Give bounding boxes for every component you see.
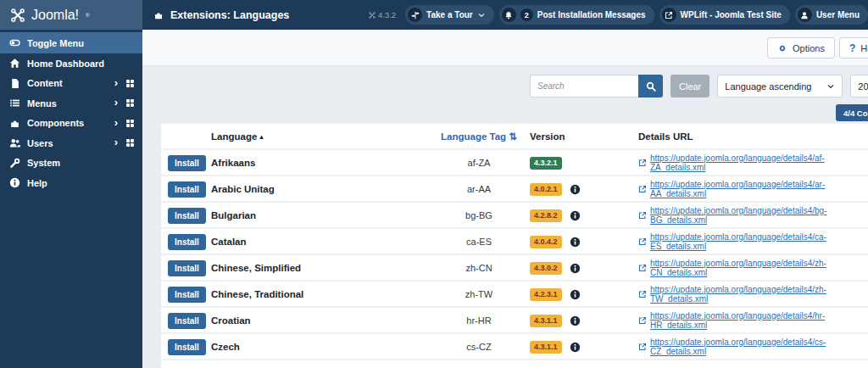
details-url-link[interactable]: https://update.joomla.org/language/detai… (638, 180, 868, 198)
chevron-right-icon[interactable]: › (114, 117, 118, 130)
pill-label: Take a Tour (426, 10, 473, 20)
language-name: Chinese, Simplified (203, 254, 432, 281)
external-link-icon (638, 316, 647, 325)
info-icon[interactable] (570, 237, 581, 248)
info-icon[interactable] (570, 342, 581, 353)
sidebar-item-label: Users (27, 138, 53, 148)
grid-icon[interactable] (125, 138, 135, 148)
pill-external[interactable]: WPLift - Joomla Test Site (659, 5, 790, 25)
table-header-row: Language ▴ Language Tag ⇅ Version Detail… (161, 124, 868, 149)
pill-bell[interactable]: 2 Post Installation Messages (499, 5, 654, 25)
table-row: Install Czech cs-CZ 4.3.1.1 https://upda… (161, 333, 868, 360)
sidebar-item-toggle-menu[interactable]: Toggle Menu (0, 32, 142, 53)
sidebar-item-label: Toggle Menu (27, 38, 84, 48)
details-url-text: https://update.joomla.org/language/detai… (650, 285, 868, 304)
header-language[interactable]: Language ▴ (203, 124, 432, 149)
sidebar-item-menus[interactable]: Menus › (0, 93, 142, 114)
info-icon[interactable] (570, 184, 581, 195)
main: Options ? Help Clear Language ascending … (142, 30, 868, 368)
limit-select[interactable]: 20 (850, 75, 868, 98)
sort-ascending-icon: ▴ (260, 133, 264, 141)
language-tag: zh-TW (432, 281, 526, 307)
language-tag: zh-CN (432, 254, 526, 281)
topbar: Joomla! ® Extensions: Languages 4.3.2 Ta… (0, 0, 868, 30)
version-badge: 4.3.2.1 (530, 157, 562, 170)
sidebar-item-content[interactable]: Content › (0, 74, 142, 94)
info-icon[interactable] (570, 263, 581, 274)
details-url-link[interactable]: https://update.joomla.org/language/detai… (638, 337, 868, 356)
grid-icon[interactable] (125, 98, 135, 108)
chevron-right-icon[interactable]: › (114, 77, 118, 90)
install-button[interactable]: Install (168, 287, 206, 303)
version-badge: 4.2.8.2 (530, 209, 562, 222)
details-url-link[interactable]: https://update.joomla.org/language/detai… (638, 153, 868, 172)
columns-button[interactable]: 4/4 Columns (836, 104, 868, 121)
list-icon (8, 98, 21, 109)
install-button[interactable]: Install (168, 155, 206, 171)
search-input[interactable] (530, 75, 638, 98)
sidebar-item-help[interactable]: Help (0, 173, 142, 193)
version-text: 4.3.2 (378, 10, 396, 20)
language-name: Czech (203, 333, 432, 360)
install-button[interactable]: Install (168, 234, 206, 250)
page-title-text: Extensions: Languages (170, 9, 289, 21)
help-button[interactable]: ? Help (839, 37, 868, 59)
sidebar-item-system[interactable]: System (0, 153, 142, 174)
language-name: Croatian (203, 307, 432, 333)
pill-user[interactable]: User Menu (795, 5, 868, 25)
grid-icon[interactable] (125, 119, 135, 128)
sidebar-item-home-dashboard[interactable]: Home Dashboard (0, 53, 142, 74)
details-url-link[interactable]: https://update.joomla.org/language/detai… (638, 311, 868, 330)
chevron-right-icon[interactable]: › (114, 137, 118, 149)
install-button[interactable]: Install (168, 260, 206, 276)
sidebar-item-users[interactable]: Users › (0, 133, 142, 153)
page-title: Extensions: Languages (142, 9, 289, 21)
question-icon: ? (849, 42, 855, 54)
sort-select[interactable]: Language ascending (717, 75, 843, 98)
sidebar-item-components[interactable]: Components › (0, 114, 142, 134)
home-icon (8, 58, 21, 69)
info-icon[interactable] (570, 289, 581, 300)
user-icon (798, 8, 812, 22)
search-button[interactable] (638, 75, 663, 98)
details-url-text: https://update.joomla.org/language/detai… (650, 206, 868, 225)
language-tag: af-ZA (432, 149, 526, 176)
sidebar-item-label: Home Dashboard (27, 59, 104, 69)
details-url-link[interactable]: https://update.joomla.org/language/detai… (638, 259, 868, 277)
language-name: Afrikaans (203, 149, 432, 176)
sort-value: Language ascending (725, 81, 811, 92)
version-badge: 4.0.2.1 (530, 183, 562, 196)
joomla-logo[interactable]: Joomla! ® (0, 0, 142, 30)
install-button[interactable]: Install (168, 313, 206, 329)
info-icon[interactable] (570, 315, 581, 326)
info-icon[interactable] (570, 210, 581, 221)
install-button[interactable]: Install (168, 208, 206, 224)
details-url-link[interactable]: https://update.joomla.org/language/detai… (638, 206, 868, 225)
install-button[interactable]: Install (168, 339, 206, 355)
help-label: Help (860, 43, 868, 53)
external-link-icon (638, 343, 647, 351)
details-url-text: https://update.joomla.org/language/detai… (650, 153, 868, 172)
details-url-link[interactable]: https://update.joomla.org/language/detai… (638, 232, 868, 251)
joomla-mark-icon (369, 12, 376, 19)
filter-bar: Clear Language ascending 20 (530, 75, 868, 98)
language-tag: hr-HR (432, 307, 526, 333)
pill-tour[interactable]: Take a Tour (405, 5, 494, 25)
chevron-down-icon (826, 82, 835, 91)
wrench-icon (8, 158, 21, 169)
chevron-right-icon[interactable]: › (114, 97, 118, 109)
language-tag: cs-CZ (432, 333, 526, 360)
details-url-link[interactable]: https://update.joomla.org/language/detai… (638, 285, 868, 304)
options-button[interactable]: Options (767, 37, 835, 59)
header-language-tag[interactable]: Language Tag ⇅ (432, 124, 526, 149)
external-link-icon (638, 185, 647, 193)
logo-trademark: ® (86, 13, 89, 18)
details-url-text: https://update.joomla.org/language/detai… (650, 259, 868, 277)
version-badge: 4.3.1.1 (530, 315, 562, 327)
pill-label: Post Installation Messages (537, 10, 646, 20)
external-icon (662, 8, 676, 22)
grid-icon[interactable] (125, 79, 135, 88)
clear-button[interactable]: Clear (670, 75, 709, 98)
table-row: Install Arabic Unitag ar-AA 4.0.2.1 http… (161, 176, 868, 202)
install-button[interactable]: Install (168, 181, 206, 198)
